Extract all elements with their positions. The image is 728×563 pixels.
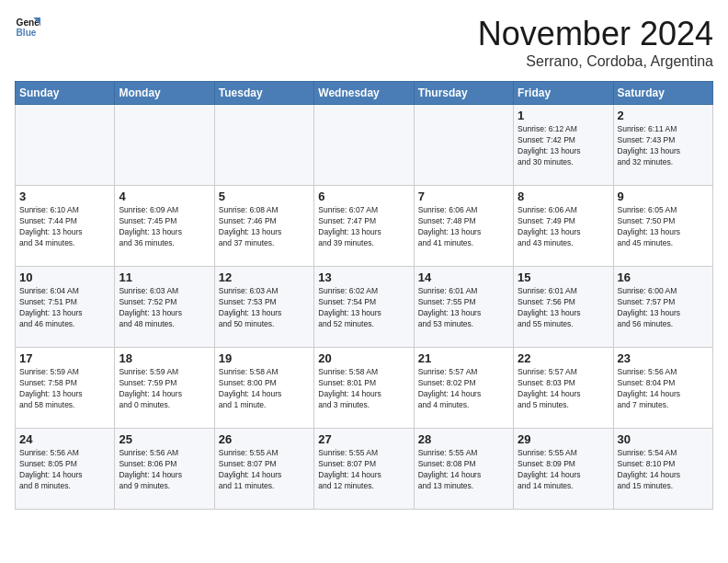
day-number: 11 xyxy=(119,270,210,284)
calendar-cell: 14Sunrise: 6:01 AM Sunset: 7:55 PM Dayli… xyxy=(414,267,513,348)
day-number: 14 xyxy=(418,270,509,284)
day-number: 22 xyxy=(518,351,609,365)
day-info: Sunrise: 6:12 AM Sunset: 7:42 PM Dayligh… xyxy=(518,124,609,168)
page-header: General Blue November 2024 Serrano, Cord… xyxy=(15,15,713,70)
calendar-table: SundayMondayTuesdayWednesdayThursdayFrid… xyxy=(15,81,713,510)
weekday-header: Monday xyxy=(115,82,214,105)
day-info: Sunrise: 6:05 AM Sunset: 7:50 PM Dayligh… xyxy=(618,205,709,249)
day-number: 13 xyxy=(318,270,409,284)
day-number: 10 xyxy=(19,270,110,284)
calendar-cell xyxy=(414,105,513,186)
day-number: 3 xyxy=(19,190,110,203)
weekday-header: Tuesday xyxy=(214,82,313,105)
calendar-cell: 16Sunrise: 6:00 AM Sunset: 7:57 PM Dayli… xyxy=(613,267,712,348)
calendar-cell: 30Sunrise: 5:54 AM Sunset: 8:10 PM Dayli… xyxy=(613,429,712,510)
day-info: Sunrise: 5:56 AM Sunset: 8:04 PM Dayligh… xyxy=(618,367,709,411)
calendar-cell: 18Sunrise: 5:59 AM Sunset: 7:59 PM Dayli… xyxy=(115,348,214,429)
weekday-header: Friday xyxy=(514,82,613,105)
day-number: 19 xyxy=(219,351,310,365)
day-number: 1 xyxy=(518,109,609,122)
calendar-cell: 2Sunrise: 6:11 AM Sunset: 7:43 PM Daylig… xyxy=(613,105,712,186)
calendar-cell: 7Sunrise: 6:06 AM Sunset: 7:48 PM Daylig… xyxy=(414,186,513,267)
day-number: 12 xyxy=(219,270,310,284)
weekday-header: Wednesday xyxy=(314,82,414,105)
day-info: Sunrise: 6:04 AM Sunset: 7:51 PM Dayligh… xyxy=(19,286,110,330)
day-number: 4 xyxy=(119,190,210,203)
calendar-title: November 2024 xyxy=(478,15,713,53)
day-number: 28 xyxy=(418,432,509,446)
day-number: 26 xyxy=(219,432,310,446)
calendar-cell: 26Sunrise: 5:55 AM Sunset: 8:07 PM Dayli… xyxy=(214,429,313,510)
calendar-cell: 15Sunrise: 6:01 AM Sunset: 7:56 PM Dayli… xyxy=(514,267,613,348)
calendar-cell xyxy=(214,105,313,186)
weekday-header: Sunday xyxy=(16,82,115,105)
day-number: 7 xyxy=(418,190,509,203)
calendar-cell: 3Sunrise: 6:10 AM Sunset: 7:44 PM Daylig… xyxy=(16,186,115,267)
calendar-cell: 6Sunrise: 6:07 AM Sunset: 7:47 PM Daylig… xyxy=(314,186,414,267)
day-number: 16 xyxy=(618,270,709,284)
calendar-cell: 9Sunrise: 6:05 AM Sunset: 7:50 PM Daylig… xyxy=(613,186,712,267)
day-info: Sunrise: 5:55 AM Sunset: 8:08 PM Dayligh… xyxy=(418,448,509,492)
calendar-cell: 8Sunrise: 6:06 AM Sunset: 7:49 PM Daylig… xyxy=(514,186,613,267)
day-info: Sunrise: 6:09 AM Sunset: 7:45 PM Dayligh… xyxy=(119,205,210,249)
calendar-cell: 20Sunrise: 5:58 AM Sunset: 8:01 PM Dayli… xyxy=(314,348,414,429)
day-number: 17 xyxy=(19,351,110,365)
day-number: 9 xyxy=(618,190,709,203)
weekday-header: Saturday xyxy=(613,82,712,105)
day-info: Sunrise: 5:56 AM Sunset: 8:06 PM Dayligh… xyxy=(119,448,210,492)
calendar-cell: 23Sunrise: 5:56 AM Sunset: 8:04 PM Dayli… xyxy=(613,348,712,429)
day-info: Sunrise: 6:00 AM Sunset: 7:57 PM Dayligh… xyxy=(618,286,709,330)
calendar-cell xyxy=(16,105,115,186)
day-info: Sunrise: 6:02 AM Sunset: 7:54 PM Dayligh… xyxy=(318,286,409,330)
day-number: 20 xyxy=(318,351,409,365)
day-info: Sunrise: 5:55 AM Sunset: 8:07 PM Dayligh… xyxy=(219,448,310,492)
day-info: Sunrise: 6:08 AM Sunset: 7:46 PM Dayligh… xyxy=(219,205,310,249)
calendar-subtitle: Serrano, Cordoba, Argentina xyxy=(478,53,713,70)
day-number: 2 xyxy=(618,109,709,122)
day-number: 24 xyxy=(19,432,110,446)
day-info: Sunrise: 6:06 AM Sunset: 7:48 PM Dayligh… xyxy=(418,205,509,249)
calendar-cell: 4Sunrise: 6:09 AM Sunset: 7:45 PM Daylig… xyxy=(115,186,214,267)
calendar-cell: 13Sunrise: 6:02 AM Sunset: 7:54 PM Dayli… xyxy=(314,267,414,348)
day-info: Sunrise: 6:03 AM Sunset: 7:52 PM Dayligh… xyxy=(119,286,210,330)
svg-text:Blue: Blue xyxy=(17,28,37,38)
day-info: Sunrise: 5:58 AM Sunset: 8:01 PM Dayligh… xyxy=(318,367,409,411)
calendar-cell: 21Sunrise: 5:57 AM Sunset: 8:02 PM Dayli… xyxy=(414,348,513,429)
calendar-cell: 19Sunrise: 5:58 AM Sunset: 8:00 PM Dayli… xyxy=(214,348,313,429)
calendar-cell: 28Sunrise: 5:55 AM Sunset: 8:08 PM Dayli… xyxy=(414,429,513,510)
day-number: 29 xyxy=(518,432,609,446)
calendar-cell: 1Sunrise: 6:12 AM Sunset: 7:42 PM Daylig… xyxy=(514,105,613,186)
day-info: Sunrise: 5:55 AM Sunset: 8:09 PM Dayligh… xyxy=(518,448,609,492)
day-info: Sunrise: 5:59 AM Sunset: 7:59 PM Dayligh… xyxy=(119,367,210,411)
calendar-cell: 27Sunrise: 5:55 AM Sunset: 8:07 PM Dayli… xyxy=(314,429,414,510)
day-number: 23 xyxy=(618,351,709,365)
calendar-cell: 25Sunrise: 5:56 AM Sunset: 8:06 PM Dayli… xyxy=(115,429,214,510)
day-info: Sunrise: 5:56 AM Sunset: 8:05 PM Dayligh… xyxy=(19,448,110,492)
calendar-cell: 10Sunrise: 6:04 AM Sunset: 7:51 PM Dayli… xyxy=(16,267,115,348)
day-info: Sunrise: 5:54 AM Sunset: 8:10 PM Dayligh… xyxy=(618,448,709,492)
calendar-cell xyxy=(314,105,414,186)
day-number: 27 xyxy=(318,432,409,446)
calendar-cell: 11Sunrise: 6:03 AM Sunset: 7:52 PM Dayli… xyxy=(115,267,214,348)
day-info: Sunrise: 5:59 AM Sunset: 7:58 PM Dayligh… xyxy=(19,367,110,411)
title-block: November 2024 Serrano, Cordoba, Argentin… xyxy=(478,15,713,70)
weekday-header: Thursday xyxy=(414,82,513,105)
day-number: 21 xyxy=(418,351,509,365)
day-info: Sunrise: 6:07 AM Sunset: 7:47 PM Dayligh… xyxy=(318,205,409,249)
calendar-cell: 24Sunrise: 5:56 AM Sunset: 8:05 PM Dayli… xyxy=(16,429,115,510)
day-number: 8 xyxy=(518,190,609,203)
day-info: Sunrise: 5:55 AM Sunset: 8:07 PM Dayligh… xyxy=(318,448,409,492)
day-info: Sunrise: 5:58 AM Sunset: 8:00 PM Dayligh… xyxy=(219,367,310,411)
logo: General Blue xyxy=(15,15,40,40)
day-info: Sunrise: 6:03 AM Sunset: 7:53 PM Dayligh… xyxy=(219,286,310,330)
day-number: 6 xyxy=(318,190,409,203)
day-info: Sunrise: 5:57 AM Sunset: 8:03 PM Dayligh… xyxy=(518,367,609,411)
logo-icon: General Blue xyxy=(15,15,40,40)
day-number: 5 xyxy=(219,190,310,203)
day-number: 30 xyxy=(618,432,709,446)
calendar-cell: 22Sunrise: 5:57 AM Sunset: 8:03 PM Dayli… xyxy=(514,348,613,429)
calendar-cell: 29Sunrise: 5:55 AM Sunset: 8:09 PM Dayli… xyxy=(514,429,613,510)
day-info: Sunrise: 6:10 AM Sunset: 7:44 PM Dayligh… xyxy=(19,205,110,249)
calendar-cell xyxy=(115,105,214,186)
day-number: 25 xyxy=(119,432,210,446)
